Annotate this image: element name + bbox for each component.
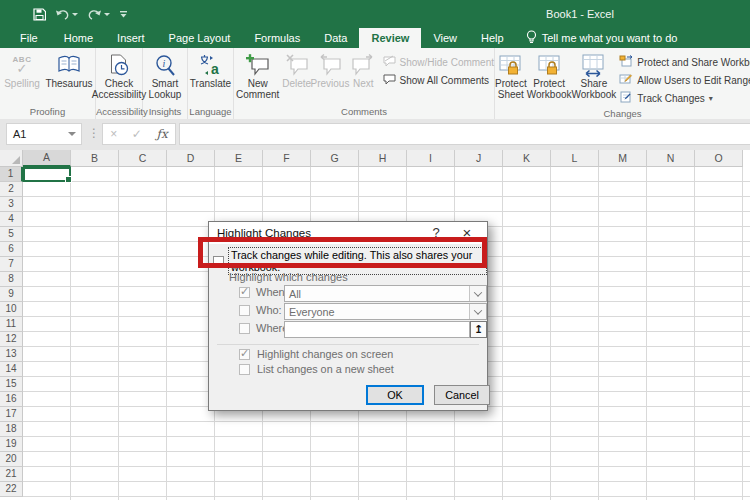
tab-help[interactable]: Help (469, 28, 516, 48)
allow-users-to-edit-ranges-button[interactable]: Allow Users to Edit Ranges (616, 71, 750, 89)
group-accessibility: Check Accessibility Accessibility (96, 48, 143, 119)
customize-qat-button[interactable] (119, 10, 128, 19)
redo-dropdown-caret[interactable] (104, 13, 110, 16)
row-header-4[interactable]: 4 (0, 212, 23, 227)
tab-data[interactable]: Data (312, 28, 359, 48)
protect-workbook-button[interactable]: Protect Workbook (527, 49, 572, 107)
row-header-19[interactable]: 19 (0, 437, 23, 452)
cancel-button[interactable]: Cancel (434, 385, 490, 405)
column-header-F[interactable]: F (263, 150, 311, 167)
show-all-comments-button[interactable]: Show All Comments (379, 71, 494, 89)
tab-review[interactable]: Review (359, 28, 421, 48)
who-checkbox (239, 305, 250, 316)
translate-button[interactable]: a Translate (188, 49, 233, 105)
row-header-9[interactable]: 9 (0, 287, 23, 302)
smart-lookup-button[interactable]: i Smart Lookup (143, 49, 187, 105)
row-header-1[interactable]: 1 (0, 167, 23, 182)
next-comment-icon (352, 52, 374, 78)
formula-bar-drag-handle[interactable]: ⋮ (88, 126, 100, 140)
row-header-10[interactable]: 10 (0, 302, 23, 317)
group-label-insights: Insights (143, 105, 187, 119)
track-changes-dropdown-caret[interactable]: ▾ (709, 94, 713, 103)
row-header-3[interactable]: 3 (0, 197, 23, 212)
column-header-L[interactable]: L (551, 150, 599, 167)
list-new-sheet-checkbox (239, 364, 250, 375)
cancel-entry-icon: × (110, 127, 117, 141)
collapse-dialog-button[interactable]: ↥ (470, 321, 487, 338)
tell-me-box[interactable]: Tell me what you want to do (526, 28, 678, 48)
fill-handle[interactable] (65, 176, 72, 183)
column-header-H[interactable]: H (359, 150, 407, 167)
tab-home[interactable]: Home (52, 28, 105, 48)
red-highlight-annotation (198, 237, 487, 268)
title-bar: Book1 - Excel (0, 0, 750, 28)
row-header-13[interactable]: 13 (0, 347, 23, 362)
undo-dropdown-caret[interactable] (72, 13, 78, 16)
row-header-12[interactable]: 12 (0, 332, 23, 347)
protect-and-share-workbook-button[interactable]: Protect and Share Workbook (616, 53, 750, 71)
row-header-15[interactable]: 15 (0, 377, 23, 392)
row-header-11[interactable]: 11 (0, 317, 23, 332)
new-comment-button[interactable]: New Comment (234, 49, 281, 105)
column-header-B[interactable]: B (71, 150, 119, 167)
row-header-18[interactable]: 18 (0, 422, 23, 437)
show-hide-comment-button: Show/Hide Comment (379, 53, 494, 71)
dialog-separator (217, 344, 479, 345)
column-header-G[interactable]: G (311, 150, 359, 167)
tab-formulas[interactable]: Formulas (242, 28, 312, 48)
column-header-M[interactable]: M (599, 150, 647, 167)
name-box-dropdown-caret[interactable] (68, 132, 76, 136)
protect-workbook-icon (538, 52, 561, 78)
when-dropdown-button (469, 286, 486, 301)
previous-comment-button: Previous (312, 49, 348, 105)
protect-sheet-icon (499, 52, 522, 78)
ok-button[interactable]: OK (366, 385, 424, 405)
svg-text:i: i (163, 57, 166, 68)
group-label-language: Language (188, 105, 233, 119)
column-header-A[interactable]: A (23, 150, 71, 167)
enter-entry-icon: ✓ (132, 127, 142, 141)
row-header-2[interactable]: 2 (0, 182, 23, 197)
selected-cell-a1[interactable] (23, 167, 71, 182)
row-header-14[interactable]: 14 (0, 362, 23, 377)
delete-comment-icon (286, 52, 308, 78)
row-header-8[interactable]: 8 (0, 272, 23, 287)
quick-access-toolbar (33, 8, 128, 21)
column-header-N[interactable]: N (647, 150, 695, 167)
row-header-5[interactable]: 5 (0, 227, 23, 242)
row-header-16[interactable]: 16 (0, 392, 23, 407)
share-workbook-button[interactable]: Share Workbook (572, 49, 617, 107)
row-header-21[interactable]: 21 (0, 467, 23, 482)
name-box[interactable]: A1 (6, 123, 82, 145)
track-changes-icon (619, 91, 633, 105)
protect-sheet-button[interactable]: Protect Sheet (495, 49, 527, 107)
column-header-J[interactable]: J (455, 150, 503, 167)
tab-insert[interactable]: Insert (105, 28, 157, 48)
row-header-20[interactable]: 20 (0, 452, 23, 467)
column-header-K[interactable]: K (503, 150, 551, 167)
thesaurus-button[interactable]: Thesaurus (44, 49, 94, 105)
track-changes-button[interactable]: Track Changes ▾ (616, 89, 750, 107)
tab-view[interactable]: View (421, 28, 469, 48)
insert-function-icon[interactable]: ƒx (156, 127, 167, 141)
group-changes: Protect Sheet Protect Workbook Share Wor… (495, 48, 750, 119)
column-header-I[interactable]: I (407, 150, 455, 167)
undo-button[interactable] (55, 9, 78, 20)
save-button[interactable] (33, 8, 46, 21)
group-proofing: ABC✓ Spelling Thesaurus Proofing (0, 48, 96, 119)
who-dropdown-button (469, 304, 486, 319)
row-header-22[interactable]: 22 (0, 482, 23, 497)
row-header-7[interactable]: 7 (0, 257, 23, 272)
tab-file[interactable]: File (6, 28, 52, 48)
check-accessibility-button[interactable]: Check Accessibility (96, 49, 142, 105)
redo-button[interactable] (87, 9, 110, 20)
select-all-corner[interactable] (0, 150, 23, 167)
row-header-17[interactable]: 17 (0, 407, 23, 422)
column-header-E[interactable]: E (215, 150, 263, 167)
column-header-C[interactable]: C (119, 150, 167, 167)
formula-input[interactable] (179, 123, 750, 145)
column-header-D[interactable]: D (167, 150, 215, 167)
row-header-6[interactable]: 6 (0, 242, 23, 257)
tab-page-layout[interactable]: Page Layout (157, 28, 243, 48)
column-header-O[interactable]: O (695, 150, 743, 167)
